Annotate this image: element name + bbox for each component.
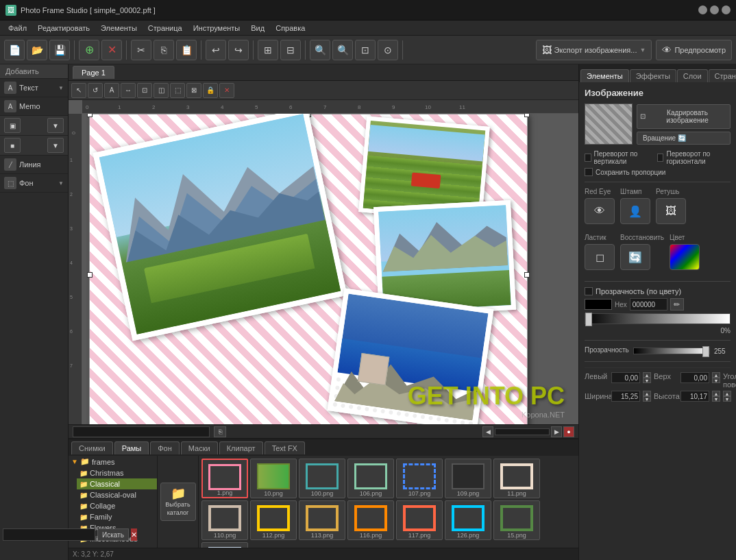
right-tab-effects[interactable]: Эффекты xyxy=(630,69,676,82)
add-button[interactable]: ⊕ xyxy=(79,40,99,60)
tree-christmas[interactable]: 📁 Christmas xyxy=(77,467,157,478)
frame-item-2[interactable]: 100.png xyxy=(299,459,345,498)
tab-frames[interactable]: Рамы xyxy=(114,441,149,454)
flip-vertical-checkbox[interactable] xyxy=(585,154,591,162)
frame-item-13[interactable]: 15.png xyxy=(493,500,540,540)
tab-clipart[interactable]: Клипарт xyxy=(219,441,263,454)
tab-textfx[interactable]: Text FX xyxy=(265,441,305,454)
tree-family[interactable]: 📁 Family xyxy=(77,511,157,522)
tree-search-input[interactable] xyxy=(69,528,95,541)
status-text-input[interactable] xyxy=(73,426,210,437)
crop-btn[interactable]: ⊡ Кадрировать изображение xyxy=(637,104,731,129)
frame-item-12[interactable]: 126.png xyxy=(445,500,491,540)
paste-button[interactable]: 📋 xyxy=(176,40,197,60)
opacity-slider[interactable] xyxy=(633,348,710,354)
rotate-right-btn[interactable]: A xyxy=(104,83,119,98)
select-catalog-btn[interactable]: 📁 Выбрать каталог xyxy=(160,483,196,520)
align-button[interactable]: ⊞ xyxy=(258,40,278,60)
page1-tab[interactable]: Page 1 xyxy=(73,66,114,79)
angle-down-btn[interactable]: ▼ xyxy=(723,396,731,402)
handle-ml[interactable] xyxy=(87,272,93,278)
move-front-btn[interactable]: ◫ xyxy=(154,83,169,98)
restore-btn[interactable]: 🔄 xyxy=(620,244,650,270)
frame-item-7[interactable]: 110.png xyxy=(201,500,248,540)
copy-status-btn[interactable]: ⎘ xyxy=(214,426,226,437)
frame-item-10[interactable]: 116.png xyxy=(347,500,394,540)
menu-view[interactable]: Вид xyxy=(245,23,270,34)
color-btn[interactable] xyxy=(670,244,700,270)
crop-canvas-btn[interactable]: ⊠ xyxy=(186,83,201,98)
rotation-btn[interactable]: Вращение 🔄 xyxy=(637,132,731,145)
close-button[interactable] xyxy=(722,5,731,14)
expand-btn[interactable]: ▼ xyxy=(47,118,64,133)
export-button[interactable]: 🖼 Экспорт изображения... ▼ xyxy=(536,40,652,60)
move-back-btn[interactable]: ⬚ xyxy=(170,83,185,98)
hex-input[interactable] xyxy=(630,298,667,311)
width-input[interactable] xyxy=(611,391,640,402)
canvas-area[interactable]: 0 1 2 3 4 5 6 7 8 9 10 11 0 1 xyxy=(69,100,578,424)
tab-bg[interactable]: Фон xyxy=(150,441,180,454)
menu-help[interactable]: Справка xyxy=(270,23,310,34)
height-up-btn[interactable]: ▲ xyxy=(712,391,720,396)
stamp-btn[interactable]: 👤 xyxy=(620,198,650,224)
fill-expand-btn[interactable]: ▼ xyxy=(47,138,64,153)
top-up-btn[interactable]: ▲ xyxy=(712,372,720,378)
angle-up-btn[interactable]: ▲ xyxy=(723,391,731,396)
undo-button[interactable]: ↩ xyxy=(206,40,226,60)
stamp-bottom[interactable] xyxy=(328,289,494,424)
memo-tool[interactable]: A Memo xyxy=(0,97,68,116)
left-down-btn[interactable]: ▼ xyxy=(643,378,651,383)
frame-item-9[interactable]: 113.png xyxy=(299,500,345,540)
opacity-slider-thumb[interactable] xyxy=(702,346,709,357)
frame-item-14[interactable]: 130.png xyxy=(201,542,248,548)
transparency-checkbox[interactable] xyxy=(585,287,593,295)
frame-item-6[interactable]: 11.png xyxy=(493,459,540,498)
zoom-fit-button[interactable]: ⊡ xyxy=(355,40,376,60)
tree-search-clear[interactable]: ✕ xyxy=(131,528,137,541)
maximize-button[interactable] xyxy=(710,5,719,14)
preview-button[interactable]: 👁 Предпросмотр xyxy=(656,40,732,60)
delete-button[interactable]: ✕ xyxy=(101,40,122,60)
delete-elem-btn[interactable]: ✕ xyxy=(219,83,234,98)
rotate-left-btn[interactable]: ↺ xyxy=(88,83,103,98)
grid-button[interactable]: ⊟ xyxy=(280,40,301,60)
lock-btn[interactable]: 🔒 xyxy=(203,83,218,98)
top-down-btn[interactable]: ▼ xyxy=(712,378,720,383)
zoom-in-button[interactable]: 🔍 xyxy=(310,40,330,60)
copy-button[interactable]: ⎘ xyxy=(154,40,174,60)
tree-root-frames[interactable]: ▼ 📁 frames xyxy=(69,456,157,467)
menu-page[interactable]: Страница xyxy=(143,23,188,34)
height-input[interactable] xyxy=(680,391,709,402)
nav-next-btn[interactable]: ▶ xyxy=(551,426,562,437)
left-up-btn[interactable]: ▲ xyxy=(643,372,651,378)
width-up-btn[interactable]: ▲ xyxy=(643,391,651,396)
tree-classical-oval[interactable]: 📁 Classical-oval xyxy=(77,489,157,500)
color-swatch[interactable] xyxy=(585,299,612,310)
stamp-large[interactable] xyxy=(93,108,347,341)
mirror-btn[interactable]: ↔ xyxy=(121,83,136,98)
tab-masks[interactable]: Маски xyxy=(181,441,218,454)
rect-btn[interactable]: ▣ xyxy=(4,118,21,133)
transparency-slider[interactable] xyxy=(585,313,731,324)
flip-btn[interactable]: ⊡ xyxy=(137,83,152,98)
zoom-out-button[interactable]: 🔍 xyxy=(332,40,353,60)
slider-thumb[interactable] xyxy=(585,313,592,326)
redo-button[interactable]: ↪ xyxy=(228,40,249,60)
menu-elements[interactable]: Элементы xyxy=(95,23,143,34)
retouch-btn[interactable]: 🖼 xyxy=(656,198,686,224)
select-btn[interactable]: ↖ xyxy=(71,83,86,98)
right-tab-elements[interactable]: Элементы xyxy=(580,69,629,82)
zoom-100-button[interactable]: ⊙ xyxy=(378,40,398,60)
eyedropper-btn[interactable]: ✏ xyxy=(670,298,684,311)
flip-horizontal-checkbox[interactable] xyxy=(657,154,664,162)
menu-edit[interactable]: Редактировать xyxy=(32,23,95,34)
line-tool[interactable]: ╱ Линия xyxy=(0,156,68,174)
frame-item-8[interactable]: 112.png xyxy=(250,500,297,540)
red-eye-btn[interactable]: 👁 xyxy=(585,198,615,224)
tree-collage[interactable]: 📁 Collage xyxy=(77,500,157,511)
text-tool[interactable]: A Текст ▼ xyxy=(0,79,68,97)
right-tab-page[interactable]: Страница xyxy=(709,69,736,82)
image-thumbnail[interactable] xyxy=(585,104,633,145)
save-button[interactable]: 💾 xyxy=(49,40,70,60)
frame-item-5[interactable]: 109.png xyxy=(445,459,491,498)
